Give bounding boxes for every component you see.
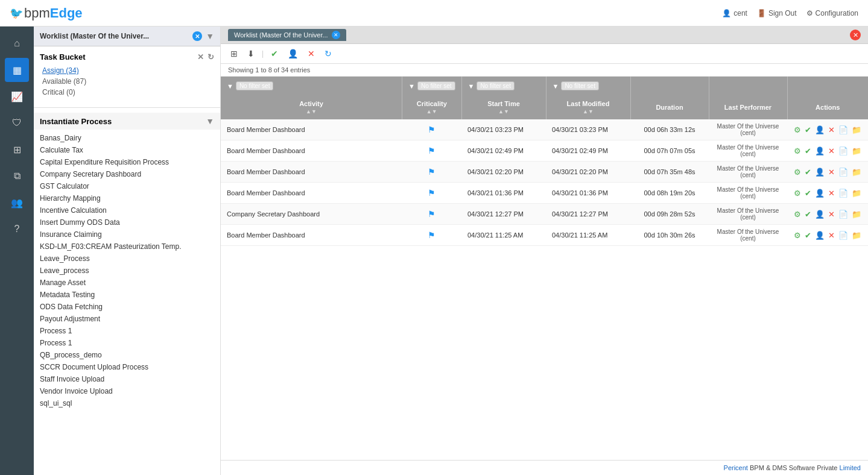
refresh-button[interactable]: ↻ xyxy=(322,48,334,60)
col-header-activity[interactable]: Activity ▲▼ xyxy=(221,95,402,119)
action-check-icon[interactable]: ✔ xyxy=(804,209,812,219)
sidebar-icon-shield[interactable]: 🛡 xyxy=(5,111,29,135)
filter-criticality[interactable]: ▼ No filter set xyxy=(402,77,461,95)
action-doc-icon[interactable]: 📄 xyxy=(838,209,849,219)
col-header-start-time[interactable]: Start Time ▲▼ xyxy=(461,95,546,119)
cancel-button[interactable]: ✕ xyxy=(305,48,317,60)
action-times-icon[interactable]: ✕ xyxy=(828,230,835,241)
action-times-icon[interactable]: ✕ xyxy=(828,167,835,177)
action-doc-icon[interactable]: 📄 xyxy=(838,146,849,156)
main-close-button[interactable]: ✕ xyxy=(850,30,861,40)
process-item[interactable]: Leave_Process xyxy=(40,253,214,265)
action-check-icon[interactable]: ✔ xyxy=(804,230,812,241)
worklist-tab[interactable]: Worklist (Master Of the Univer... ✕ xyxy=(228,29,346,41)
action-times-icon[interactable]: ✕ xyxy=(828,146,835,156)
action-gear-icon[interactable]: ⚙ xyxy=(793,167,802,177)
task-critical-text[interactable]: Critical (0) xyxy=(42,88,214,96)
action-times-icon[interactable]: ✕ xyxy=(828,209,835,219)
process-item[interactable]: ODS Data Fetching xyxy=(40,301,214,313)
assign-button[interactable]: 👤 xyxy=(285,48,300,60)
action-doc-icon[interactable]: 📄 xyxy=(838,125,849,135)
action-folder-icon[interactable]: 📁 xyxy=(851,167,862,177)
action-doc-icon[interactable]: 📄 xyxy=(838,230,849,241)
action-person-icon[interactable]: 👤 xyxy=(814,209,825,219)
action-gear-icon[interactable]: ⚙ xyxy=(793,146,802,156)
action-check-icon[interactable]: ✔ xyxy=(804,146,812,156)
process-item[interactable]: sql_ui_sql xyxy=(40,397,214,409)
process-item[interactable]: Leave_process xyxy=(40,265,214,277)
filter-start[interactable]: ▼ No filter set xyxy=(461,77,546,95)
action-check-icon[interactable]: ✔ xyxy=(804,125,812,135)
action-folder-icon[interactable]: 📁 xyxy=(851,188,862,198)
sidebar-icon-people[interactable]: 👥 xyxy=(5,190,29,215)
filter-tag-criticality[interactable]: No filter set xyxy=(417,81,455,90)
action-folder-icon[interactable]: 📁 xyxy=(851,209,862,219)
action-check-icon[interactable]: ✔ xyxy=(804,188,812,198)
process-item[interactable]: Process 1 xyxy=(40,337,214,349)
action-gear-icon[interactable]: ⚙ xyxy=(793,188,802,198)
action-folder-icon[interactable]: 📁 xyxy=(851,146,862,156)
process-item[interactable]: GST Calculator xyxy=(40,180,214,192)
task-available-text[interactable]: Available (87) xyxy=(42,77,214,86)
col-header-last-modified[interactable]: Last Modified ▲▼ xyxy=(546,95,630,119)
process-item[interactable]: SCCR Document Upload Process xyxy=(40,361,214,373)
tab-close-button[interactable]: ✕ xyxy=(192,31,202,41)
process-item[interactable]: Process 1 xyxy=(40,325,214,337)
complete-button[interactable]: ✔ xyxy=(268,48,280,60)
process-item[interactable]: Insurance Claiming xyxy=(40,228,214,241)
task-assign-link[interactable]: Assign (34) xyxy=(42,66,214,75)
action-times-icon[interactable]: ✕ xyxy=(828,188,835,198)
action-doc-icon[interactable]: 📄 xyxy=(838,188,849,198)
action-person-icon[interactable]: 👤 xyxy=(814,230,825,241)
process-item[interactable]: Incentive Calculation xyxy=(40,204,214,216)
process-item[interactable]: Insert Dummy ODS Data xyxy=(40,216,214,228)
sidebar-icon-grid[interactable]: ▦ xyxy=(5,58,29,82)
filter-tag-activity[interactable]: No filter set xyxy=(236,81,274,90)
action-gear-icon[interactable]: ⚙ xyxy=(793,230,802,241)
process-item[interactable]: Manage Asset xyxy=(40,277,214,289)
action-person-icon[interactable]: 👤 xyxy=(814,125,825,135)
action-gear-icon[interactable]: ⚙ xyxy=(793,125,802,135)
process-item[interactable]: Metadata Testing xyxy=(40,289,214,301)
download-button[interactable]: ⬇ xyxy=(245,48,257,60)
tab-arrow-icon[interactable]: ▼ xyxy=(206,31,214,41)
action-times-icon[interactable]: ✕ xyxy=(828,125,835,135)
user-link[interactable]: 👤 cent xyxy=(722,9,747,17)
process-item[interactable]: KSD-LM_F03:CREAM Pasteurization Temp. xyxy=(40,241,214,253)
action-person-icon[interactable]: 👤 xyxy=(814,167,825,177)
filter-tag-start[interactable]: No filter set xyxy=(477,81,515,90)
sign-out-link[interactable]: 🚪 Sign Out xyxy=(757,9,797,17)
configuration-link[interactable]: ⚙ Configuration xyxy=(806,9,858,17)
action-person-icon[interactable]: 👤 xyxy=(814,146,825,156)
action-gear-icon[interactable]: ⚙ xyxy=(793,209,802,219)
process-item[interactable]: QB_process_demo xyxy=(40,349,214,361)
process-item[interactable]: Hierarchy Mapping xyxy=(40,192,214,204)
task-bucket-close-icon[interactable]: ✕ xyxy=(197,52,204,61)
sidebar-icon-home[interactable]: ⌂ xyxy=(5,31,29,55)
process-item[interactable]: Calculate Tax xyxy=(40,144,214,156)
process-item[interactable]: Capital Expenditure Requisition Process xyxy=(40,156,214,168)
process-item[interactable]: Vendor Invoice Upload xyxy=(40,385,214,397)
col-header-criticality[interactable]: Criticality ▲▼ xyxy=(402,95,461,119)
task-bucket-refresh-icon[interactable]: ↻ xyxy=(207,52,214,61)
sidebar-icon-table[interactable]: ⊞ xyxy=(5,137,29,162)
filter-tag-modified[interactable]: No filter set xyxy=(561,81,599,90)
grid-view-button[interactable]: ⊞ xyxy=(228,48,240,60)
filter-activity[interactable]: ▼ No filter set xyxy=(221,77,402,95)
action-person-icon[interactable]: 👤 xyxy=(814,188,825,198)
sidebar-icon-question[interactable]: ? xyxy=(5,217,29,241)
process-item[interactable]: Payout Adjustment xyxy=(40,313,214,325)
process-item[interactable]: Staff Invoice Upload xyxy=(40,373,214,385)
worklist-tab-close-icon[interactable]: ✕ xyxy=(332,31,340,39)
process-item[interactable]: Banas_Dairy xyxy=(40,132,214,144)
action-check-icon[interactable]: ✔ xyxy=(804,167,812,177)
action-doc-icon[interactable]: 📄 xyxy=(838,167,849,177)
sidebar-icon-layers[interactable]: ⧉ xyxy=(5,164,29,188)
action-folder-icon[interactable]: 📁 xyxy=(851,230,862,241)
sign-out-icon: 🚪 xyxy=(757,9,766,17)
filter-modified[interactable]: ▼ No filter set xyxy=(546,77,630,95)
action-folder-icon[interactable]: 📁 xyxy=(851,125,862,135)
process-item[interactable]: Company Secretary Dashboard xyxy=(40,168,214,180)
sidebar-icon-chart[interactable]: 📈 xyxy=(5,84,29,109)
instantiate-arrow-icon[interactable]: ▼ xyxy=(206,116,214,126)
